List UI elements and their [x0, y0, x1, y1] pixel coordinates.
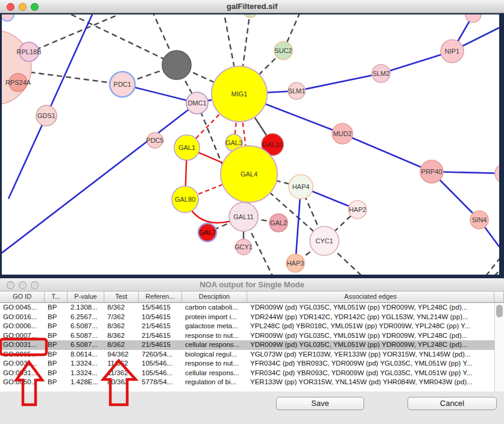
- table-cell[interactable]: 8/362: [104, 322, 139, 331]
- column-header-P-value[interactable]: P-value: [68, 292, 104, 303]
- table-cell[interactable]: YDR244W (pp) YDR142C, YDR142C (pp) YGL15…: [247, 313, 494, 322]
- table-cell[interactable]: GO:0031...: [0, 369, 45, 378]
- table-cell[interactable]: YDR009W (pd) YGL035C, YML051W (pp) YDR00…: [247, 331, 494, 341]
- table-cell[interactable]: 11/362: [104, 369, 139, 378]
- column-header-T...[interactable]: T...: [45, 292, 68, 303]
- table-cell[interactable]: 15/54615: [139, 303, 182, 313]
- network-edge[interactable]: [46, 14, 92, 116]
- table-row[interactable]: GO:0031...BP6.5087...8/36221/54615cellul…: [0, 340, 494, 350]
- table-cell[interactable]: YDR009W (pd) YGL035C, YML051W (pp) YDR00…: [247, 303, 494, 313]
- table-cell[interactable]: cellular respons...: [182, 369, 247, 378]
- table-cell[interactable]: GO:0045...: [0, 303, 45, 313]
- table-cell[interactable]: 21/54615: [139, 322, 182, 331]
- table-row[interactable]: GO:0031...BP1.3324...11/362105/546...res…: [0, 359, 494, 369]
- table-cell[interactable]: 105/546...: [139, 359, 182, 369]
- zoom-button[interactable]: [31, 281, 39, 289]
- table-cell[interactable]: GO:0006...: [0, 322, 45, 331]
- table-cell[interactable]: GO:0031...: [0, 359, 45, 369]
- minimize-button[interactable]: [19, 3, 27, 11]
- table-cell[interactable]: YFR034C (pd) YBR093C, YDR009W (pd) YGL03…: [247, 369, 494, 378]
- table-cell[interactable]: 1.3324...: [68, 369, 104, 378]
- table-cell[interactable]: 105/546...: [139, 369, 182, 378]
- table-cell[interactable]: YFR034C (pd) YBR093C, YDR009W (pd) YGL03…: [247, 359, 494, 369]
- network-edge[interactable]: [486, 253, 499, 275]
- network-canvas[interactable]: RPL18BRPS24AGDS1PDC1PDC5MIG1SUC2SLM1DMC1…: [2, 14, 499, 275]
- save-button[interactable]: Save: [276, 397, 364, 410]
- table-cell[interactable]: BP: [45, 313, 68, 322]
- table-cell[interactable]: 8.0614...: [68, 350, 104, 360]
- table-cell[interactable]: galactose meta...: [182, 322, 247, 331]
- table-cell[interactable]: 6.5087...: [68, 331, 104, 341]
- table-cell[interactable]: 8/362: [104, 331, 139, 341]
- table-row[interactable]: GO:0007...BP6.5087...8/36221/54615respon…: [0, 331, 494, 341]
- table-cell[interactable]: BP: [45, 350, 68, 360]
- table-cell[interactable]: 7260/54...: [139, 350, 182, 360]
- table-cell[interactable]: 8/362: [104, 340, 139, 350]
- table-cell[interactable]: cellular respons...: [182, 340, 247, 350]
- table-cell[interactable]: BP: [45, 359, 68, 369]
- node-greenpartial[interactable]: [243, 14, 257, 17]
- table-cell[interactable]: GO:0050...: [0, 378, 45, 387]
- cancel-button[interactable]: Cancel: [408, 397, 497, 410]
- table-cell[interactable]: carbon cataboli...: [182, 303, 247, 313]
- close-button[interactable]: [7, 3, 14, 11]
- table-cell[interactable]: 21/54615: [139, 331, 182, 341]
- table-cell[interactable]: 8/362: [104, 303, 139, 313]
- table-cell[interactable]: 80/362: [104, 378, 139, 387]
- table-cell[interactable]: 2.1308...: [68, 303, 104, 313]
- table-cell[interactable]: YER133W (pp) YOR315W, YNL145W (pd) YHR08…: [247, 378, 494, 387]
- table-cell[interactable]: 94/362: [104, 350, 139, 360]
- column-header-corner[interactable]: [494, 292, 504, 303]
- table-cell[interactable]: 1.428E...: [68, 378, 104, 387]
- network-edge[interactable]: [71, 14, 177, 65]
- table-cell[interactable]: 1.3324...: [68, 359, 104, 369]
- table-cell[interactable]: BP: [45, 340, 68, 350]
- network-edge[interactable]: [8, 116, 46, 199]
- table-cell[interactable]: 21/54615: [139, 340, 182, 350]
- node-cornernode[interactable]: [2, 14, 14, 21]
- table-cell[interactable]: YGL073W (pd) YER103W, YER133W (pp) YOR31…: [247, 350, 494, 360]
- table-row[interactable]: GO:0065...BP8.0614...94/3627260/54...bio…: [0, 350, 494, 360]
- table-cell[interactable]: GO:0065...: [0, 350, 45, 360]
- zoom-button[interactable]: [31, 3, 39, 11]
- vertical-scrollbar[interactable]: [494, 303, 504, 391]
- table-cell[interactable]: 5778/54...: [139, 378, 182, 387]
- table-cell[interactable]: BP: [45, 331, 68, 341]
- table-cell[interactable]: 7/362: [104, 313, 139, 322]
- scrollbar-thumb[interactable]: [496, 305, 503, 317]
- network-edge[interactable]: [297, 73, 381, 91]
- table-cell[interactable]: 10/54615: [139, 313, 182, 322]
- table-cell[interactable]: BP: [45, 369, 68, 378]
- table-cell[interactable]: GO:0031...: [0, 340, 45, 350]
- table-row[interactable]: GO:0045...BP2.1308...8/36215/54615carbon…: [0, 303, 494, 313]
- table-cell[interactable]: response to nut...: [182, 331, 247, 341]
- column-header-Desciption[interactable]: Desciption: [182, 292, 247, 303]
- minimize-button[interactable]: [19, 281, 27, 289]
- table-cell[interactable]: biological regul...: [182, 350, 247, 360]
- column-header-Associated edges[interactable]: Associated edges: [247, 292, 494, 303]
- column-header-Referen...[interactable]: Referen...: [139, 292, 182, 303]
- table-cell[interactable]: 6.2567...: [68, 313, 104, 322]
- table-cell[interactable]: GO:0016...: [0, 313, 45, 322]
- table-cell[interactable]: BP: [45, 303, 68, 313]
- table-row[interactable]: GO:0016...BP6.2567...7/36210/54615protei…: [0, 313, 494, 322]
- network-edge[interactable]: [2, 103, 197, 253]
- table-cell[interactable]: 6.5087...: [68, 340, 104, 350]
- table-row[interactable]: GO:0050...BP1.428E...80/3625778/54...reg…: [0, 378, 494, 387]
- network-edge[interactable]: [342, 134, 432, 172]
- network-edge[interactable]: [494, 265, 499, 275]
- table-cell[interactable]: 11/362: [104, 359, 139, 369]
- column-header-Test[interactable]: Test: [104, 292, 139, 303]
- table-row[interactable]: GO:0031...BP1.3324...11/362105/546...cel…: [0, 369, 494, 378]
- table-cell[interactable]: regulation of bi...: [182, 378, 247, 387]
- table-cell[interactable]: response to nut...: [182, 359, 247, 369]
- column-header-GO ID[interactable]: GO ID: [0, 292, 45, 303]
- table-cell[interactable]: protein import i...: [182, 313, 247, 322]
- table-cell[interactable]: GO:0007...: [0, 331, 45, 341]
- table-row[interactable]: GO:0006...BP6.5087...8/36221/54615galact…: [0, 322, 494, 331]
- table-cell[interactable]: YDR009W (pd) YGL035C, YML051W (pp) YDR00…: [247, 340, 494, 350]
- node-bignode[interactable]: [2, 30, 31, 105]
- node-topright[interactable]: [465, 14, 481, 22]
- table-cell[interactable]: BP: [45, 322, 68, 331]
- table-cell[interactable]: BP: [45, 378, 68, 387]
